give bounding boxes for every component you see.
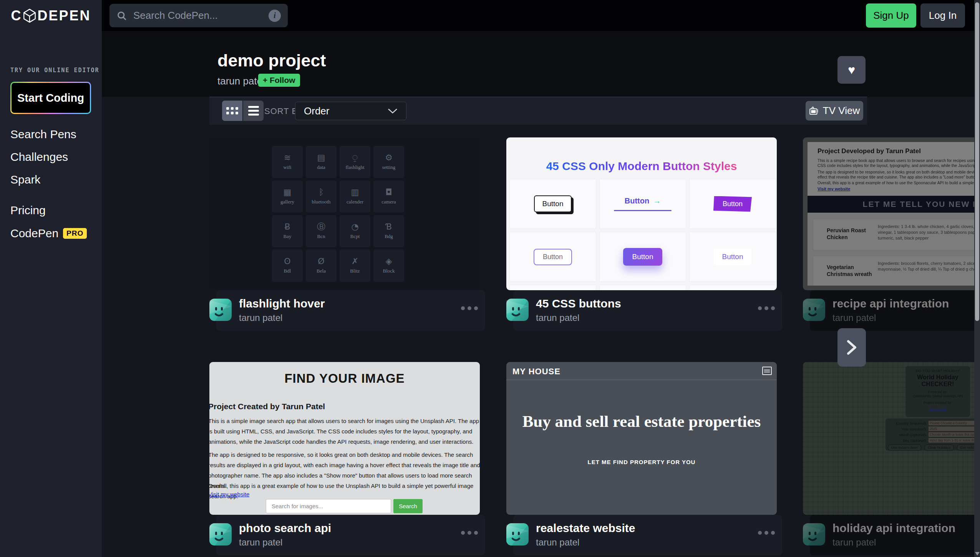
view-toggle <box>222 101 264 121</box>
buttons-title: 45 CSS Only Modern Button Styles <box>506 160 777 173</box>
hamburger-menu-icon <box>762 367 772 375</box>
avatar[interactable] <box>209 523 232 545</box>
pen-thumbnail[interactable]: 45 CSS Only Modern Button Styles Button … <box>506 137 777 290</box>
sort-dropdown-value: Order <box>304 105 329 117</box>
pen-thumbnail[interactable]: DO YOU WANT HOLIDAY World Holiday CHECKE… <box>803 362 980 515</box>
search-icon <box>116 10 127 21</box>
codepen-logo: C DEPEN <box>11 8 91 24</box>
demo-button: Button <box>623 248 663 266</box>
login-button[interactable]: Log In <box>920 3 965 28</box>
pen-author[interactable]: tarun patel <box>832 537 876 548</box>
camera-icon: ◘ <box>385 188 392 197</box>
card-footer <box>216 515 485 555</box>
project-author[interactable]: tarun patel <box>217 75 265 87</box>
demo-button: Button <box>625 197 649 205</box>
tv-view-label: TV View <box>823 105 860 117</box>
heart-icon: ♥ <box>848 63 855 77</box>
pen-card-45-css-buttons: 45 CSS Only Modern Button Styles Button … <box>506 137 778 331</box>
holiday-promo-panel: DO YOU WANT HOLIDAY World Holiday CHECKE… <box>905 366 970 417</box>
tv-view-button[interactable]: TV View <box>806 101 863 121</box>
pen-card-holiday-api: DO YOU WANT HOLIDAY World Holiday CHECKE… <box>803 362 980 556</box>
day-input: Input day from 1-31 or leave this op <box>929 438 980 443</box>
pen-title[interactable]: photo search api <box>239 522 331 535</box>
gallery-icon: ▦ <box>284 188 292 197</box>
bluetooth-icon: ᛒ <box>318 188 323 197</box>
pen-thumbnail[interactable]: FIND YOUR IMAGE Project Created by Tarun… <box>209 362 480 515</box>
logo-box[interactable]: C DEPEN <box>0 0 102 31</box>
holiday-form-panel: Country (required):Please Choose a Count… <box>885 418 980 451</box>
card-footer <box>810 290 980 331</box>
pen-author[interactable]: tarun patel <box>239 312 282 323</box>
signup-button[interactable]: Sign Up <box>866 3 916 28</box>
pen-title[interactable]: flashlight hover <box>239 297 325 310</box>
avatar[interactable] <box>803 299 825 321</box>
chevron-right-icon <box>846 339 857 356</box>
pen-thumbnail[interactable]: ≋wifi ▤data ⍜flashlight ⚙setting ▦galler… <box>209 137 480 290</box>
chevron-down-icon <box>388 108 398 114</box>
recipe-row: Peruvian Roast Chicken Ingredients: 1 3-… <box>813 219 980 250</box>
arrow-right-icon: → <box>653 197 661 205</box>
logo-text-right: DEPEN <box>37 8 91 24</box>
demo-button: Button <box>713 196 752 212</box>
pen-author[interactable]: tarun patel <box>239 537 282 548</box>
heart-button[interactable]: ♥ <box>837 56 866 84</box>
list-view-button[interactable] <box>243 101 264 121</box>
sidebar-item-search-pens[interactable]: Search Pens <box>10 128 76 141</box>
pen-author[interactable]: tarun patel <box>536 537 579 548</box>
tv-icon <box>809 106 819 116</box>
pen-card-photo-search: FIND YOUR IMAGE Project Created by Tarun… <box>209 362 481 556</box>
avatar[interactable] <box>506 523 529 545</box>
sort-dropdown[interactable]: Order <box>295 102 406 120</box>
avatar[interactable] <box>803 523 825 545</box>
info-icon[interactable]: i <box>269 10 281 22</box>
bela-icon: Ø <box>318 257 324 266</box>
pen-title[interactable]: recipe api integration <box>832 297 949 310</box>
wifi-icon: ≋ <box>284 154 291 162</box>
follow-button[interactable]: + Follow <box>258 74 300 87</box>
block-icon: ◈ <box>386 257 392 266</box>
visit-website-link: Visit my website <box>817 187 850 191</box>
pen-author[interactable]: tarun patel <box>536 312 579 323</box>
card-footer <box>513 515 782 555</box>
sidebar-item-challenges[interactable]: Challenges <box>10 150 68 164</box>
pen-thumbnail[interactable]: Project Developed by Tarun Patel This is… <box>803 137 980 290</box>
avatar[interactable] <box>209 299 232 321</box>
pen-thumbnail[interactable]: MY HOUSE Buy and sell real estate proper… <box>506 362 777 515</box>
card-menu-button[interactable] <box>461 306 478 310</box>
pen-title[interactable]: realestate website <box>536 522 635 535</box>
today-date-button: Use today's date! <box>888 445 921 451</box>
pro-badge: PRO <box>63 228 87 239</box>
sidebar-item-codepen-pro[interactable]: CodePen PRO <box>10 227 87 240</box>
pen-title[interactable]: holiday api integration <box>832 522 955 535</box>
icon-tile-grid: ≋wifi ▤data ⍜flashlight ⚙setting ▦galler… <box>272 146 404 282</box>
visit-website-link: Visit my website <box>209 491 249 497</box>
sidebar-item-spark[interactable]: Spark <box>10 173 40 186</box>
scrollbar-track[interactable] <box>974 0 980 557</box>
pen-author[interactable]: tarun patel <box>832 312 876 323</box>
card-menu-button[interactable] <box>461 531 478 535</box>
bdg-icon: Ɓ <box>386 223 392 231</box>
grid-icon <box>226 107 238 114</box>
logo-text-left: C <box>11 8 22 24</box>
grid-view-button[interactable] <box>222 101 242 121</box>
flashlight-icon: ⍜ <box>352 154 357 162</box>
card-menu-button[interactable] <box>758 531 775 535</box>
clear-holidays-button: Clear Holidays <box>924 445 954 451</box>
next-page-button[interactable] <box>837 328 866 367</box>
calendar-icon: ▥ <box>351 188 359 197</box>
recipe-row: Vegetarian Christmas wreath Ingredients:… <box>813 256 980 287</box>
card-menu-button[interactable] <box>758 306 775 310</box>
image-search-input: Search for images... <box>266 499 391 513</box>
start-coding-button[interactable]: Start Coding <box>10 82 91 114</box>
country-input: Please Choose a Country <box>929 421 980 425</box>
pen-title[interactable]: 45 CSS buttons <box>536 297 621 310</box>
card-footer <box>513 290 782 331</box>
bcn-icon: Ⓑ <box>317 223 325 231</box>
pen-card-realestate: MY HOUSE Buy and sell real estate proper… <box>506 362 778 556</box>
avatar[interactable] <box>506 299 529 321</box>
scrollbar-thumb[interactable] <box>975 2 979 321</box>
sidebar-item-pricing[interactable]: Pricing <box>10 204 46 217</box>
scrollbar-down-arrow[interactable] <box>975 552 980 555</box>
search-input[interactable] <box>133 9 269 22</box>
codepen-cube-icon <box>23 9 36 23</box>
